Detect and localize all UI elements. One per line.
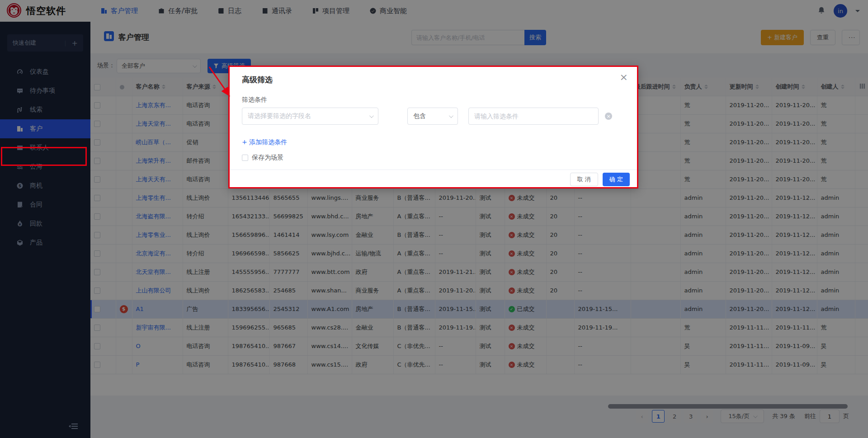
advanced-filter-modal: 高级筛选 × 筛选条件 请选择要筛选的字段名 包含 × + 添加筛选条件 保存为… bbox=[228, 66, 638, 188]
filter-field-placeholder: 请选择要筛选的字段名 bbox=[248, 112, 369, 120]
filter-operator-value: 包含 bbox=[413, 112, 449, 120]
filter-value-input[interactable] bbox=[468, 108, 599, 125]
remove-condition-icon[interactable]: × bbox=[605, 113, 612, 120]
modal-footer: 取 消 确 定 bbox=[230, 170, 637, 188]
save-as-scene-label: 保存为场景 bbox=[252, 154, 283, 162]
filter-field-select[interactable]: 请选择要筛选的字段名 bbox=[242, 108, 378, 125]
add-condition-link[interactable]: + 添加筛选条件 bbox=[242, 138, 287, 146]
checkbox-icon[interactable] bbox=[242, 155, 248, 161]
chevron-down-icon bbox=[369, 113, 374, 118]
cancel-button[interactable]: 取 消 bbox=[570, 173, 598, 186]
modal-title: 高级筛选 bbox=[242, 75, 273, 85]
save-as-scene-checkbox[interactable]: 保存为场景 bbox=[242, 154, 283, 162]
confirm-button[interactable]: 确 定 bbox=[603, 173, 630, 186]
chevron-down-icon bbox=[449, 113, 453, 118]
filter-operator-select[interactable]: 包含 bbox=[407, 108, 458, 125]
close-icon[interactable]: × bbox=[620, 72, 628, 82]
filter-conditions-label: 筛选条件 bbox=[242, 96, 267, 104]
